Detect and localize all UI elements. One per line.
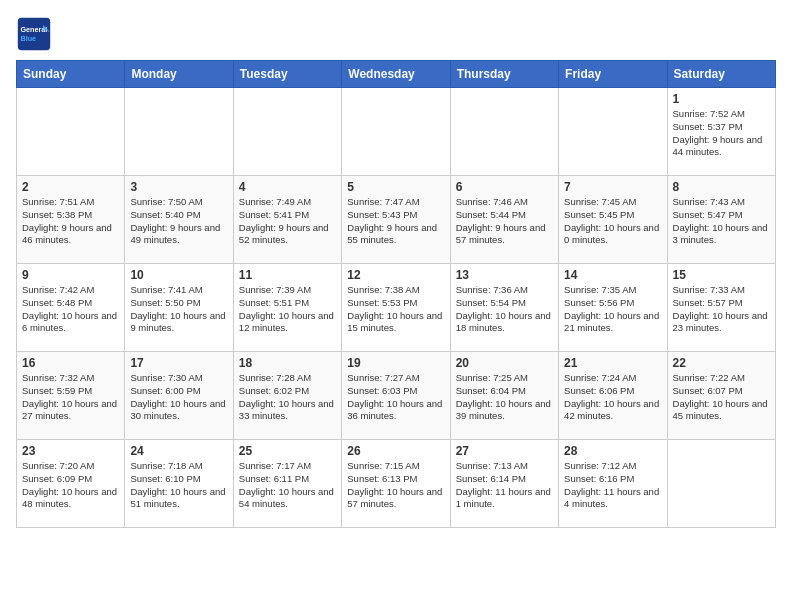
day-cell: 13Sunrise: 7:36 AM Sunset: 5:54 PM Dayli… [450,264,558,352]
day-number: 15 [673,268,770,282]
day-number: 26 [347,444,444,458]
weekday-header-tuesday: Tuesday [233,61,341,88]
day-number: 19 [347,356,444,370]
weekday-header-friday: Friday [559,61,667,88]
day-cell: 6Sunrise: 7:46 AM Sunset: 5:44 PM Daylig… [450,176,558,264]
day-number: 25 [239,444,336,458]
day-cell: 5Sunrise: 7:47 AM Sunset: 5:43 PM Daylig… [342,176,450,264]
day-info: Sunrise: 7:50 AM Sunset: 5:40 PM Dayligh… [130,196,227,247]
day-cell: 9Sunrise: 7:42 AM Sunset: 5:48 PM Daylig… [17,264,125,352]
day-cell: 22Sunrise: 7:22 AM Sunset: 6:07 PM Dayli… [667,352,775,440]
day-number: 11 [239,268,336,282]
day-number: 13 [456,268,553,282]
day-info: Sunrise: 7:33 AM Sunset: 5:57 PM Dayligh… [673,284,770,335]
day-number: 16 [22,356,119,370]
day-info: Sunrise: 7:51 AM Sunset: 5:38 PM Dayligh… [22,196,119,247]
day-cell [233,88,341,176]
day-cell: 11Sunrise: 7:39 AM Sunset: 5:51 PM Dayli… [233,264,341,352]
day-cell: 28Sunrise: 7:12 AM Sunset: 6:16 PM Dayli… [559,440,667,528]
day-info: Sunrise: 7:35 AM Sunset: 5:56 PM Dayligh… [564,284,661,335]
day-cell: 27Sunrise: 7:13 AM Sunset: 6:14 PM Dayli… [450,440,558,528]
weekday-header-thursday: Thursday [450,61,558,88]
day-number: 2 [22,180,119,194]
day-cell: 20Sunrise: 7:25 AM Sunset: 6:04 PM Dayli… [450,352,558,440]
weekday-header-monday: Monday [125,61,233,88]
svg-text:Blue: Blue [21,34,37,43]
day-number: 10 [130,268,227,282]
day-number: 21 [564,356,661,370]
day-cell [559,88,667,176]
day-cell [342,88,450,176]
day-info: Sunrise: 7:42 AM Sunset: 5:48 PM Dayligh… [22,284,119,335]
day-info: Sunrise: 7:36 AM Sunset: 5:54 PM Dayligh… [456,284,553,335]
day-info: Sunrise: 7:41 AM Sunset: 5:50 PM Dayligh… [130,284,227,335]
week-row-5: 23Sunrise: 7:20 AM Sunset: 6:09 PM Dayli… [17,440,776,528]
day-info: Sunrise: 7:15 AM Sunset: 6:13 PM Dayligh… [347,460,444,511]
week-row-3: 9Sunrise: 7:42 AM Sunset: 5:48 PM Daylig… [17,264,776,352]
week-row-4: 16Sunrise: 7:32 AM Sunset: 5:59 PM Dayli… [17,352,776,440]
day-number: 12 [347,268,444,282]
day-number: 3 [130,180,227,194]
weekday-header-saturday: Saturday [667,61,775,88]
weekday-header-wednesday: Wednesday [342,61,450,88]
day-number: 9 [22,268,119,282]
week-row-1: 1Sunrise: 7:52 AM Sunset: 5:37 PM Daylig… [17,88,776,176]
day-number: 20 [456,356,553,370]
day-cell: 19Sunrise: 7:27 AM Sunset: 6:03 PM Dayli… [342,352,450,440]
day-cell [125,88,233,176]
day-number: 18 [239,356,336,370]
day-cell: 7Sunrise: 7:45 AM Sunset: 5:45 PM Daylig… [559,176,667,264]
day-info: Sunrise: 7:24 AM Sunset: 6:06 PM Dayligh… [564,372,661,423]
day-number: 27 [456,444,553,458]
day-info: Sunrise: 7:32 AM Sunset: 5:59 PM Dayligh… [22,372,119,423]
day-cell: 12Sunrise: 7:38 AM Sunset: 5:53 PM Dayli… [342,264,450,352]
day-cell: 25Sunrise: 7:17 AM Sunset: 6:11 PM Dayli… [233,440,341,528]
day-cell: 15Sunrise: 7:33 AM Sunset: 5:57 PM Dayli… [667,264,775,352]
day-cell: 14Sunrise: 7:35 AM Sunset: 5:56 PM Dayli… [559,264,667,352]
day-cell [17,88,125,176]
day-cell: 8Sunrise: 7:43 AM Sunset: 5:47 PM Daylig… [667,176,775,264]
day-number: 14 [564,268,661,282]
day-cell: 16Sunrise: 7:32 AM Sunset: 5:59 PM Dayli… [17,352,125,440]
day-cell: 24Sunrise: 7:18 AM Sunset: 6:10 PM Dayli… [125,440,233,528]
day-info: Sunrise: 7:20 AM Sunset: 6:09 PM Dayligh… [22,460,119,511]
day-info: Sunrise: 7:13 AM Sunset: 6:14 PM Dayligh… [456,460,553,511]
logo: General Blue [16,16,56,52]
day-info: Sunrise: 7:22 AM Sunset: 6:07 PM Dayligh… [673,372,770,423]
day-cell: 18Sunrise: 7:28 AM Sunset: 6:02 PM Dayli… [233,352,341,440]
day-info: Sunrise: 7:27 AM Sunset: 6:03 PM Dayligh… [347,372,444,423]
day-number: 1 [673,92,770,106]
day-cell: 2Sunrise: 7:51 AM Sunset: 5:38 PM Daylig… [17,176,125,264]
day-number: 4 [239,180,336,194]
day-info: Sunrise: 7:12 AM Sunset: 6:16 PM Dayligh… [564,460,661,511]
day-info: Sunrise: 7:17 AM Sunset: 6:11 PM Dayligh… [239,460,336,511]
day-info: Sunrise: 7:45 AM Sunset: 5:45 PM Dayligh… [564,196,661,247]
day-cell [450,88,558,176]
day-cell: 3Sunrise: 7:50 AM Sunset: 5:40 PM Daylig… [125,176,233,264]
day-cell: 21Sunrise: 7:24 AM Sunset: 6:06 PM Dayli… [559,352,667,440]
day-info: Sunrise: 7:18 AM Sunset: 6:10 PM Dayligh… [130,460,227,511]
logo-icon: General Blue [16,16,52,52]
day-number: 6 [456,180,553,194]
day-cell: 17Sunrise: 7:30 AM Sunset: 6:00 PM Dayli… [125,352,233,440]
day-cell: 1Sunrise: 7:52 AM Sunset: 5:37 PM Daylig… [667,88,775,176]
day-number: 28 [564,444,661,458]
day-cell: 10Sunrise: 7:41 AM Sunset: 5:50 PM Dayli… [125,264,233,352]
week-row-2: 2Sunrise: 7:51 AM Sunset: 5:38 PM Daylig… [17,176,776,264]
day-info: Sunrise: 7:46 AM Sunset: 5:44 PM Dayligh… [456,196,553,247]
day-info: Sunrise: 7:38 AM Sunset: 5:53 PM Dayligh… [347,284,444,335]
day-number: 24 [130,444,227,458]
day-cell [667,440,775,528]
day-cell: 23Sunrise: 7:20 AM Sunset: 6:09 PM Dayli… [17,440,125,528]
day-number: 8 [673,180,770,194]
day-cell: 26Sunrise: 7:15 AM Sunset: 6:13 PM Dayli… [342,440,450,528]
day-number: 7 [564,180,661,194]
day-info: Sunrise: 7:28 AM Sunset: 6:02 PM Dayligh… [239,372,336,423]
weekday-header-row: SundayMondayTuesdayWednesdayThursdayFrid… [17,61,776,88]
day-info: Sunrise: 7:43 AM Sunset: 5:47 PM Dayligh… [673,196,770,247]
day-info: Sunrise: 7:52 AM Sunset: 5:37 PM Dayligh… [673,108,770,159]
day-info: Sunrise: 7:39 AM Sunset: 5:51 PM Dayligh… [239,284,336,335]
day-info: Sunrise: 7:47 AM Sunset: 5:43 PM Dayligh… [347,196,444,247]
day-number: 5 [347,180,444,194]
day-info: Sunrise: 7:30 AM Sunset: 6:00 PM Dayligh… [130,372,227,423]
